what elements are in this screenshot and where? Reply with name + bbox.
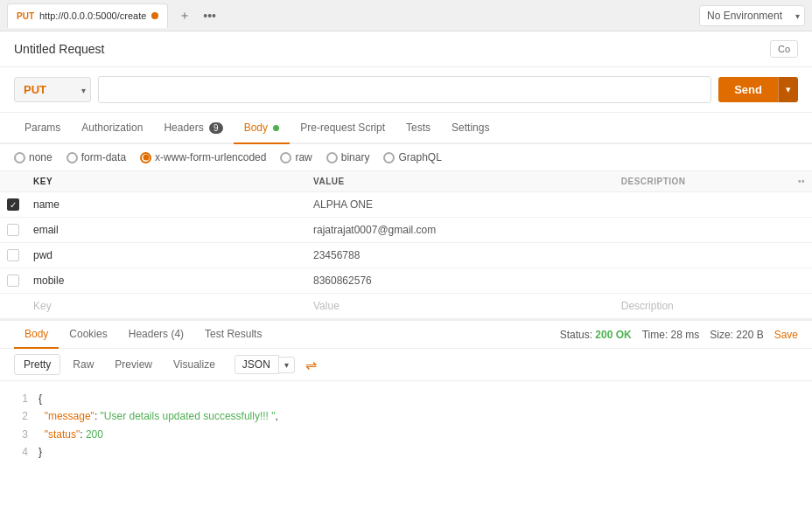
- row-value[interactable]: rajatrajat0007@gmail.com: [306, 218, 614, 243]
- row-more: [791, 268, 812, 294]
- radio-label-form-data: form-data: [81, 151, 126, 163]
- row-check[interactable]: [0, 268, 26, 294]
- radio-label-binary: binary: [341, 151, 370, 163]
- row-more-placeholder: [791, 294, 812, 319]
- col-description: DESCRIPTION: [614, 171, 791, 192]
- bottom-tab-headers[interactable]: Headers (4): [118, 321, 194, 349]
- checkbox-unchecked[interactable]: [7, 224, 19, 236]
- save-response-link[interactable]: Save: [774, 329, 798, 341]
- send-btn-wrapper: Send ▾: [718, 77, 798, 102]
- radio-label-raw: raw: [295, 151, 312, 163]
- code-content-4: }: [38, 443, 42, 461]
- table-row: name ALPHA ONE: [0, 192, 812, 218]
- time-label: Time: 28 ms: [642, 329, 700, 341]
- request-tab[interactable]: PUT http://0.0.0.0:5000/create: [7, 3, 168, 28]
- radio-circle-binary: [326, 152, 338, 163]
- radio-none[interactable]: none: [14, 151, 52, 163]
- tab-method: PUT: [17, 11, 34, 21]
- tab-pre-request[interactable]: Pre-request Script: [290, 113, 396, 144]
- send-arrow-button[interactable]: ▾: [778, 77, 798, 102]
- code-colon-2: :: [80, 428, 86, 441]
- co-button[interactable]: Co: [770, 40, 798, 58]
- radio-graphql[interactable]: GraphQL: [383, 151, 441, 163]
- environment-select[interactable]: No Environment: [699, 5, 805, 26]
- code-content-1: {: [38, 390, 42, 407]
- format-select[interactable]: JSON XML HTML Text: [234, 355, 279, 374]
- view-tab-pretty[interactable]: Pretty: [14, 354, 60, 375]
- tab-settings[interactable]: Settings: [441, 113, 500, 144]
- checkbox-unchecked[interactable]: [7, 274, 19, 287]
- method-select[interactable]: PUT GET POST DELETE PATCH: [14, 77, 91, 102]
- code-key-status: "status": [38, 428, 80, 441]
- col-key: KEY: [26, 171, 306, 192]
- code-line-4: 4 }: [14, 443, 798, 461]
- size-value: 220 B: [736, 329, 763, 341]
- url-input[interactable]: http://0.0.0.0:5000/user/4: [98, 76, 711, 103]
- code-line-1: 1 {: [14, 390, 798, 407]
- row-value[interactable]: 8360862576: [306, 268, 614, 294]
- more-tabs-button[interactable]: •••: [200, 5, 220, 26]
- row-value[interactable]: 23456788: [306, 243, 614, 268]
- code-comma-1: ,: [276, 410, 278, 422]
- row-check[interactable]: [0, 243, 26, 268]
- tab-params[interactable]: Params: [14, 113, 71, 144]
- format-arrow-button[interactable]: ▾: [279, 357, 295, 373]
- bottom-tab-body[interactable]: Body: [14, 321, 59, 349]
- code-colon-1: :: [94, 410, 101, 422]
- code-content-3: "status": 200: [38, 426, 103, 443]
- row-check[interactable]: [0, 218, 26, 243]
- row-key-placeholder[interactable]: Key: [26, 294, 306, 319]
- body-dot: [273, 125, 279, 131]
- view-tab-raw[interactable]: Raw: [64, 355, 102, 374]
- request-tabs: Params Authorization Headers 9 Body Pre-…: [0, 113, 812, 144]
- table-row-placeholder: Key Value Description: [0, 294, 812, 319]
- code-line-3: 3 "status": 200: [14, 426, 798, 443]
- tab-tests[interactable]: Tests: [396, 113, 441, 144]
- radio-binary[interactable]: binary: [326, 151, 370, 163]
- row-desc[interactable]: [614, 268, 791, 294]
- send-button[interactable]: Send: [718, 77, 778, 102]
- kv-table: KEY VALUE DESCRIPTION •• name ALPHA ONE …: [0, 171, 812, 319]
- checkbox-checked[interactable]: [7, 198, 19, 211]
- format-select-wrapper: JSON XML HTML Text ▾: [234, 355, 295, 374]
- bottom-tab-test-results[interactable]: Test Results: [194, 321, 272, 349]
- row-desc[interactable]: [614, 218, 791, 243]
- row-key[interactable]: name: [26, 192, 306, 218]
- row-desc[interactable]: [614, 243, 791, 268]
- row-value[interactable]: ALPHA ONE: [306, 192, 614, 218]
- row-desc[interactable]: [614, 192, 791, 218]
- radio-circle-form-data: [66, 152, 78, 163]
- tab-url: http://0.0.0.0:5000/create: [39, 10, 146, 21]
- col-more: ••: [791, 171, 812, 192]
- row-key[interactable]: email: [26, 218, 306, 243]
- request-title-bar: Untitled Request Co: [0, 31, 812, 67]
- radio-circle-urlencoded: [140, 152, 151, 163]
- wrap-button[interactable]: ⇌: [305, 357, 317, 373]
- headers-badge: 9: [209, 122, 223, 134]
- col-check: [0, 171, 26, 192]
- line-num-4: 4: [14, 443, 28, 461]
- row-desc-placeholder[interactable]: Description: [614, 294, 791, 319]
- checkbox-unchecked[interactable]: [7, 249, 19, 261]
- tab-headers[interactable]: Headers 9: [153, 113, 233, 144]
- view-tab-preview[interactable]: Preview: [106, 355, 161, 374]
- row-key[interactable]: pwd: [26, 243, 306, 268]
- view-tab-visualize[interactable]: Visualize: [164, 355, 224, 374]
- radio-form-data[interactable]: form-data: [66, 151, 126, 163]
- row-value-placeholder[interactable]: Value: [306, 294, 614, 319]
- bottom-tab-cookies[interactable]: Cookies: [59, 321, 117, 349]
- line-num-3: 3: [14, 426, 28, 443]
- row-key[interactable]: mobile: [26, 268, 306, 294]
- tab-body[interactable]: Body: [234, 113, 290, 144]
- env-wrapper: No Environment: [699, 5, 805, 26]
- unsaved-dot: [151, 12, 158, 19]
- radio-urlencoded[interactable]: x-www-form-urlencoded: [140, 151, 266, 163]
- body-types: none form-data x-www-form-urlencoded raw…: [0, 144, 812, 171]
- radio-raw[interactable]: raw: [280, 151, 312, 163]
- tab-authorization[interactable]: Authorization: [71, 113, 153, 144]
- radio-circle-none: [14, 152, 25, 163]
- row-check[interactable]: [0, 192, 26, 218]
- line-num-2: 2: [14, 407, 28, 425]
- radio-label-graphql: GraphQL: [398, 151, 441, 163]
- add-tab-button[interactable]: ＋: [175, 4, 194, 27]
